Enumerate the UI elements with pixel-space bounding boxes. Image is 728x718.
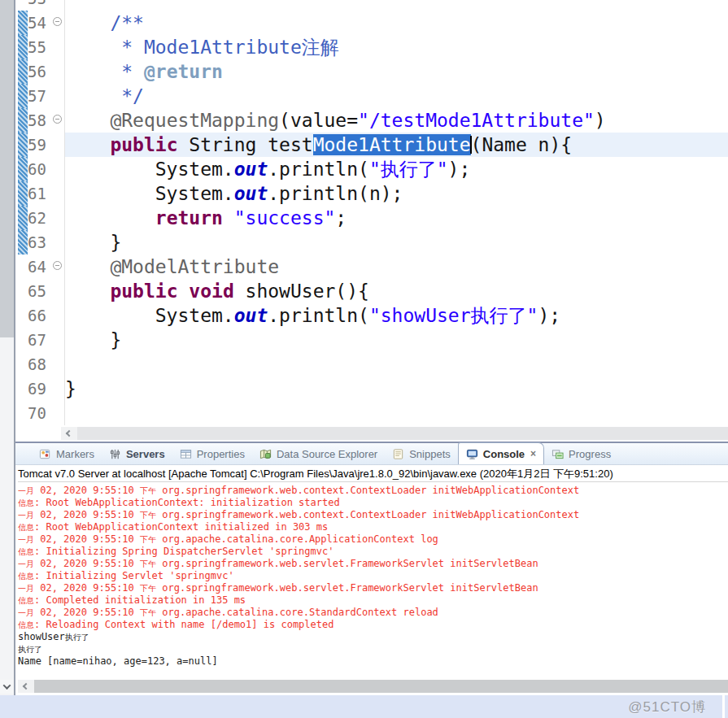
code-text[interactable] [65, 401, 728, 425]
tab-snippets[interactable]: Snippets [385, 443, 458, 464]
line-number[interactable]: 69 [28, 376, 50, 401]
collapse-icon[interactable] [53, 261, 62, 270]
code-text[interactable]: * Mode1Attribute注解 [65, 35, 728, 59]
servers-icon [109, 448, 122, 460]
code-text[interactable]: @ModelAttribute [65, 255, 728, 279]
collapse-icon[interactable] [53, 17, 62, 26]
code-token: @RequestMapping [110, 110, 279, 131]
horizontal-scrollbar-thumb[interactable] [34, 680, 728, 693]
line-number[interactable]: 70 [28, 401, 50, 425]
vertical-scrollbar-thumb[interactable] [0, 0, 14, 337]
code-text[interactable]: public String testMode1Attribute(Name n)… [65, 133, 728, 157]
tab-progress[interactable]: Progress [544, 443, 618, 464]
console-title: Tomcat v7.0 Server at localhost [Apache … [18, 467, 728, 482]
line-number[interactable]: 66 [28, 303, 50, 328]
code-token: void [189, 281, 233, 302]
line-number[interactable]: 62 [28, 206, 50, 230]
close-icon[interactable]: × [530, 448, 536, 459]
code-token: ); [538, 305, 560, 326]
console-horizontal-scrollbar[interactable] [18, 680, 728, 693]
console-log-line: 信息: Initializing Servlet 'springmvc' [18, 570, 728, 582]
line-number[interactable]: 60 [28, 157, 50, 181]
tab-markers[interactable]: Markers [32, 443, 102, 464]
code-text[interactable] [65, 0, 728, 11]
line-number[interactable]: 55 [28, 35, 50, 59]
code-text[interactable]: } [65, 376, 728, 401]
code-line-69[interactable]: 69} [15, 376, 728, 401]
tab-label: Console [483, 448, 525, 460]
editor-vertical-scrollbar[interactable] [0, 0, 14, 695]
quickdiff-change-bar [18, 133, 28, 157]
code-line-64[interactable]: 64 @ModelAttribute [15, 255, 728, 279]
tab-properties[interactable]: Properties [172, 443, 252, 464]
code-token: System. [65, 305, 234, 326]
tab-servers[interactable]: Servers [102, 443, 172, 464]
fold-column[interactable] [50, 11, 65, 35]
line-number[interactable]: 54 [28, 11, 50, 35]
code-line-66[interactable]: 66 System.out.println("showUser执行了"); [15, 303, 728, 328]
code-text[interactable] [65, 352, 728, 376]
code-line-58[interactable]: 58 @RequestMapping(value="/testMode1Attr… [15, 108, 728, 133]
code-text[interactable]: return "success"; [65, 206, 728, 230]
line-number[interactable]: 67 [28, 328, 50, 352]
code-text[interactable]: System.out.println(n); [65, 181, 728, 206]
code-text[interactable]: */ [65, 84, 728, 108]
line-number[interactable]: 68 [28, 352, 50, 376]
code-token: ); [448, 159, 471, 180]
horizontal-scrollbar-thumb[interactable] [77, 427, 728, 440]
line-number[interactable]: 58 [28, 108, 50, 133]
watermark-text: @51CTO博客 [628, 699, 706, 718]
code-line-60[interactable]: 60 System.out.println("执行了"); [15, 157, 728, 181]
code-text[interactable]: /** [65, 11, 728, 35]
snippets-icon [392, 448, 405, 460]
code-text[interactable]: } [65, 328, 728, 352]
line-number[interactable]: 65 [28, 279, 50, 303]
scroll-left-button[interactable] [61, 427, 77, 440]
line-number[interactable]: 59 [28, 133, 50, 157]
code-line-54[interactable]: 54 /** [15, 11, 728, 35]
collapse-icon[interactable] [53, 115, 62, 124]
code-line-56[interactable]: 56 * @return [15, 59, 728, 84]
code-line-67[interactable]: 67 } [15, 328, 728, 352]
code-line-59[interactable]: 59 public String testMode1Attribute(Name… [15, 133, 728, 157]
line-number[interactable]: 61 [28, 181, 50, 206]
console-stdout-line: 执行了 [18, 643, 728, 655]
line-number[interactable]: 57 [28, 84, 50, 108]
code-text[interactable]: } [65, 230, 728, 255]
code-line-68[interactable]: 68 [15, 352, 728, 376]
tab-datasource[interactable]: Data Source Explorer [252, 443, 385, 464]
fold-column[interactable] [50, 255, 65, 279]
quickdiff-change-bar [18, 230, 28, 255]
code-line-61[interactable]: 61 System.out.println(n); [15, 181, 728, 206]
line-number[interactable]: 53 [28, 0, 50, 11]
scroll-left-button[interactable] [18, 680, 34, 693]
line-number[interactable]: 63 [28, 230, 50, 255]
quickdiff-change-bar [18, 376, 28, 401]
fold-column [50, 279, 65, 303]
line-number[interactable]: 64 [28, 255, 50, 279]
tab-console[interactable]: Console× [458, 442, 544, 464]
code-text[interactable]: @RequestMapping(value="/testMode1Attribu… [65, 108, 728, 133]
fold-column [50, 59, 65, 84]
tab-label: Data Source Explorer [277, 448, 377, 460]
code-text[interactable]: System.out.println("执行了"); [65, 157, 728, 181]
console-log-line: 一月 02, 2020 9:55:10 下午 org.springframewo… [18, 485, 728, 497]
console-output[interactable]: 一月 02, 2020 9:55:10 下午 org.springframewo… [18, 485, 728, 668]
code-line-53[interactable]: 53 [15, 0, 728, 11]
code-line-57[interactable]: 57 */ [15, 84, 728, 108]
code-text[interactable]: System.out.println("showUser执行了"); [65, 303, 728, 328]
code-line-62[interactable]: 62 return "success"; [15, 206, 728, 230]
code-line-65[interactable]: 65 public void showUser(){ [15, 279, 728, 303]
fold-column[interactable] [50, 108, 65, 133]
code-line-55[interactable]: 55 * Mode1Attribute注解 [15, 35, 728, 59]
code-line-63[interactable]: 63 } [15, 230, 728, 255]
code-editor[interactable]: 5354 /**55 * Mode1Attribute注解56 * @retur… [15, 0, 728, 442]
line-number[interactable]: 56 [28, 59, 50, 84]
code-token: String test [177, 134, 312, 155]
code-text[interactable]: public void showUser(){ [65, 279, 728, 303]
scroll-down-button[interactable] [0, 680, 14, 694]
code-line-70[interactable]: 70 [15, 401, 728, 425]
fold-column [50, 206, 65, 230]
editor-horizontal-scrollbar[interactable] [61, 427, 728, 440]
code-text[interactable]: * @return [65, 59, 728, 84]
